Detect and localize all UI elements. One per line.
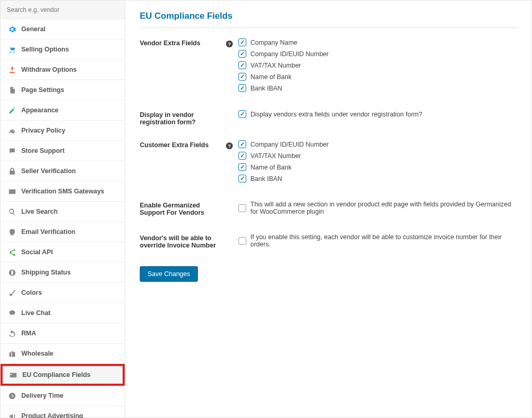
sidebar-item-appearance[interactable]: Appearance xyxy=(1,100,125,121)
label-customer-extra: Customer Extra Fields xyxy=(140,140,225,149)
upload-icon xyxy=(8,66,16,74)
sidebar-item-label: Appearance xyxy=(21,107,59,114)
checkbox-label: Bank IBAN xyxy=(250,175,282,182)
checkbox-customer-vat-tax-number[interactable] xyxy=(238,152,246,160)
gear-icon xyxy=(8,25,16,33)
search-icon xyxy=(8,207,16,216)
key-icon xyxy=(8,126,16,135)
sidebar-item-page-settings[interactable]: Page Settings xyxy=(1,80,125,100)
sidebar-item-label: Selling Options xyxy=(21,46,69,53)
checkbox-display-registration[interactable] xyxy=(238,110,246,118)
cart-icon xyxy=(8,45,16,54)
page-icon xyxy=(8,86,16,94)
svg-text:?: ? xyxy=(228,42,231,47)
pencil-icon xyxy=(8,106,16,114)
save-button[interactable]: Save Changes xyxy=(140,266,198,282)
sidebar-item-label: Store Support xyxy=(21,147,64,154)
help-icon[interactable]: ? xyxy=(225,142,233,150)
checkbox-label: Company ID/EUID Number xyxy=(250,50,329,58)
shield-icon xyxy=(8,228,16,236)
sidebar-item-label: General xyxy=(21,25,46,33)
row-germanized: Enable Germanized Support For Vendors Th… xyxy=(140,201,517,219)
checkbox-customer-bank-iban[interactable] xyxy=(238,175,246,182)
megaphone-icon xyxy=(8,412,16,418)
help-icon[interactable]: ? xyxy=(225,40,233,48)
building-icon xyxy=(8,349,16,358)
sidebar-item-privacy-policy[interactable]: Privacy Policy xyxy=(1,121,125,141)
sidebar-item-label: Live Search xyxy=(21,208,58,215)
sidebar-item-label: Email Verification xyxy=(21,228,75,236)
checkbox-override-invoice[interactable] xyxy=(238,237,246,245)
checkbox-vendor-name-of-bank[interactable] xyxy=(238,73,246,81)
content-area: EU Compliance Fields Vendor Extra Fields… xyxy=(125,1,531,417)
sidebar-item-rma[interactable]: RMA xyxy=(1,323,125,344)
sidebar-item-label: RMA xyxy=(21,330,36,337)
sidebar-item-delivery-time[interactable]: Delivery Time xyxy=(1,386,125,406)
label-germanized: Enable Germanized Support For Vendors xyxy=(140,201,225,216)
checkbox-label: Name of Bank xyxy=(250,73,291,81)
sidebar-item-selling-options[interactable]: Selling Options xyxy=(1,40,125,60)
option-override-invoice: If you enable this setting, each vendor … xyxy=(250,233,517,248)
mail-icon xyxy=(8,187,16,195)
chat-icon xyxy=(8,147,16,155)
sidebar-item-live-search[interactable]: Live Search xyxy=(1,202,125,222)
undo-icon xyxy=(8,329,16,337)
checkbox-label: Company ID/EUID Number xyxy=(250,141,329,148)
option-germanized: This will add a new section in vendor pr… xyxy=(250,201,517,215)
sidebar-item-label: Delivery Time xyxy=(21,392,63,399)
checkbox-vendor-vat-tax-number[interactable] xyxy=(238,61,246,69)
sidebar-item-label: Seller Verification xyxy=(21,167,76,175)
checkbox-label: VAT/TAX Number xyxy=(250,152,301,160)
sidebar-item-label: Privacy Policy xyxy=(21,127,65,134)
sidebar-item-verification-sms-gateways[interactable]: Verification SMS Gateways xyxy=(1,181,125,202)
sidebar-item-product-advertising[interactable]: Product Advertising xyxy=(1,406,125,418)
search-input[interactable] xyxy=(7,6,118,14)
sidebar-item-colors[interactable]: Colors xyxy=(1,283,125,303)
sidebar-item-label: Shipping Status xyxy=(21,269,71,276)
sidebar-item-wholesale[interactable]: Wholesale xyxy=(1,344,125,364)
checkbox-label: VAT/TAX Number xyxy=(250,62,301,69)
checkbox-germanized[interactable] xyxy=(238,204,246,212)
sidebar-item-seller-verification[interactable]: Seller Verification xyxy=(1,161,125,181)
sidebar-item-email-verification[interactable]: Email Verification xyxy=(1,222,125,242)
sidebar-item-label: Wholesale xyxy=(21,350,54,357)
sidebar-item-eu-compliance-fields[interactable]: EU Compliance Fields xyxy=(1,364,125,386)
row-vendor-extra-fields: Vendor Extra Fields ? Company NameCompan… xyxy=(140,38,517,96)
clock-icon xyxy=(8,391,16,400)
sidebar-item-label: Social API xyxy=(21,249,53,256)
label-override-invoice: Vendor's will be able to override Invoic… xyxy=(140,233,225,249)
brush-icon xyxy=(8,289,16,297)
row-display-registration: Display in vendor registration form? Dis… xyxy=(140,110,517,126)
sidebar-item-general[interactable]: General xyxy=(1,19,125,40)
label-display-registration: Display in vendor registration form? xyxy=(140,110,225,126)
card-icon xyxy=(9,371,17,379)
sidebar-item-label: Product Advertising xyxy=(21,412,83,418)
checkbox-vendor-bank-iban[interactable] xyxy=(238,84,246,92)
sidebar-item-label: Live Chat xyxy=(21,309,50,317)
row-customer-extra-fields: Customer Extra Fields ? Company ID/EUID … xyxy=(140,140,517,186)
sidebar-item-label: Verification SMS Gateways xyxy=(21,188,104,195)
checkbox-vendor-company-id-euid-number[interactable] xyxy=(238,50,246,58)
sidebar-item-live-chat[interactable]: Live Chat xyxy=(1,303,125,323)
sidebar-item-withdraw-options[interactable]: Withdraw Options xyxy=(1,60,125,80)
checkbox-customer-company-id-euid-number[interactable] xyxy=(238,140,246,148)
checkbox-label: Company Name xyxy=(250,39,297,46)
lock-icon xyxy=(8,167,16,175)
settings-sidebar: GeneralSelling OptionsWithdraw OptionsPa… xyxy=(1,1,125,417)
label-vendor-extra: Vendor Extra Fields xyxy=(140,38,225,47)
checkbox-label: Bank IBAN xyxy=(250,85,282,92)
row-override-invoice: Vendor's will be able to override Invoic… xyxy=(140,233,517,252)
sidebar-item-label: Withdraw Options xyxy=(21,66,77,73)
share-icon xyxy=(8,248,16,256)
page-title: EU Compliance Fields xyxy=(140,11,517,28)
checkbox-label: Name of Bank xyxy=(250,164,291,171)
checkbox-customer-name-of-bank[interactable] xyxy=(238,163,246,171)
sidebar-item-label: Page Settings xyxy=(21,86,64,94)
sidebar-item-shipping-status[interactable]: Shipping Status xyxy=(1,263,125,283)
checkbox-vendor-company-name[interactable] xyxy=(238,38,246,46)
bubble-icon xyxy=(8,309,16,317)
sidebar-item-social-api[interactable]: Social API xyxy=(1,242,125,263)
sidebar-item-label: EU Compliance Fields xyxy=(22,371,90,378)
sidebar-item-label: Colors xyxy=(21,289,42,296)
sidebar-item-store-support[interactable]: Store Support xyxy=(1,141,125,161)
